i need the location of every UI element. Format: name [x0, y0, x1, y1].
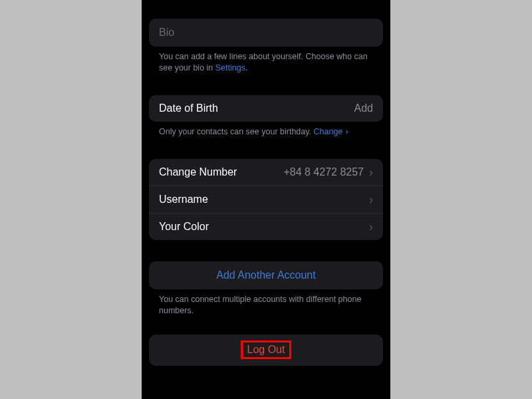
logout-highlight: Log Out — [241, 340, 292, 359]
chevron-right-icon: › — [369, 221, 373, 233]
logout-button[interactable]: Log Out — [149, 334, 383, 366]
color-row[interactable]: Your Color › — [149, 213, 383, 240]
color-label: Your Color — [159, 221, 369, 233]
username-row[interactable]: Username › — [149, 186, 383, 213]
bio-input[interactable]: Bio — [149, 19, 383, 47]
settings-link[interactable]: Settings — [215, 63, 245, 72]
dob-hint: Only your contacts can see your birthday… — [149, 122, 383, 138]
bio-placeholder: Bio — [159, 27, 174, 38]
phone-screen: Bio You can add a few lines about yourse… — [142, 0, 390, 399]
chevron-right-icon: › — [369, 194, 373, 205]
chevron-right-icon: › — [369, 166, 373, 178]
dob-value: Add — [354, 102, 373, 114]
account-group: Change Number +84 8 4272 8257 › Username… — [149, 159, 383, 240]
dob-label: Date of Birth — [159, 102, 354, 114]
change-number-row[interactable]: Change Number +84 8 4272 8257 › — [149, 159, 383, 186]
change-number-value: +84 8 4272 8257 — [283, 166, 364, 178]
add-account-hint: You can connect multiple accounts with d… — [149, 289, 383, 317]
change-number-label: Change Number — [159, 166, 283, 178]
chevron-right-icon: › — [343, 127, 348, 136]
logout-label: Log Out — [247, 344, 285, 355]
dob-row[interactable]: Date of Birth Add — [149, 95, 383, 122]
bio-hint: You can add a few lines about yourself. … — [149, 47, 383, 74]
add-account-label: Add Another Account — [216, 269, 315, 281]
add-account-button[interactable]: Add Another Account — [149, 261, 383, 289]
dob-change-link[interactable]: Change — [314, 127, 343, 136]
username-label: Username — [159, 194, 369, 205]
dob-group: Date of Birth Add — [149, 95, 383, 122]
